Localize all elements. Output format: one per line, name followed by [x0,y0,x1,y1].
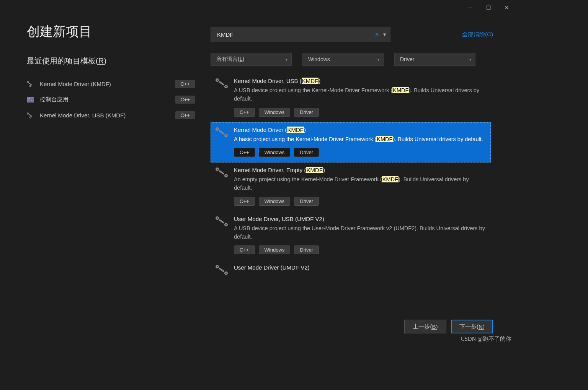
driver-icon [216,216,228,226]
template-title: User Mode Driver (UMDF V2) [234,264,487,271]
maximize-button[interactable]: ☐ [479,2,498,14]
close-button[interactable]: ✕ [498,2,516,14]
watermark: CSDN @跑不了的你 [461,335,511,343]
template-tag: C++ [234,197,255,206]
template-item[interactable]: User Mode Driver (UMDF V2) [211,260,491,281]
template-tag: Driver [294,148,319,157]
page-title: 创建新项目 [27,23,195,41]
template-title: Kernel Mode Driver, Empty (KMDF) [234,167,487,173]
language-badge: C++ [175,80,195,88]
clear-all-link[interactable]: 全部清除(C) [462,31,493,38]
driver-icon [216,265,228,275]
template-tag: Driver [294,108,319,117]
language-badge: C++ [175,96,195,104]
template-tag: C++ [234,108,255,117]
template-tag: Driver [294,197,319,206]
project-type-filter[interactable]: Driver ▾ [394,53,475,66]
language-filter[interactable]: 所有语言(L) ▾ [211,53,292,66]
template-item[interactable]: Kernel Mode Driver, USB (KMDF) A USB dev… [211,73,491,122]
recent-item-label: 控制台应用 [40,96,170,103]
language-badge: C++ [175,111,195,119]
chevron-down-icon: ▾ [469,57,471,62]
next-button[interactable]: 下一步(N) [451,320,493,333]
titlebar: ─ ☐ ✕ [0,0,516,15]
clear-search-icon[interactable]: ✕ [372,31,382,37]
template-tag: Driver [294,245,319,254]
recent-item[interactable]: Kernel Mode Driver (KMDF) C++ [27,78,195,90]
template-tag: Windows [259,148,291,157]
recent-item-label: Kernel Mode Driver (KMDF) [40,81,170,87]
recent-item[interactable]: 控制台应用 C++ [27,93,195,106]
driver-icon [27,112,31,119]
search-value: KMDF [217,31,372,38]
console-icon [27,97,34,102]
template-tag: C++ [234,148,255,157]
template-title: Kernel Mode Driver, USB (KMDF) [234,78,487,84]
driver-icon [216,167,228,177]
template-description: A USB device project using the User-Mode… [234,224,487,241]
template-description: A basic project using the Kernel-Mode Dr… [234,135,487,144]
chevron-down-icon[interactable]: ▾ [382,31,386,38]
template-item[interactable]: User Mode Driver, USB (UMDF V2) A USB de… [211,211,491,260]
template-title: User Mode Driver, USB (UMDF V2) [234,216,487,222]
recent-item-label: Kernel Mode Driver, USB (KMDF) [40,112,170,119]
template-item[interactable]: Kernel Mode Driver (KMDF) A basic projec… [211,122,491,163]
template-item[interactable]: Kernel Mode Driver, Empty (KMDF) An empt… [211,162,491,211]
driver-icon [216,127,228,137]
search-input[interactable]: KMDF ✕ ▾ [211,27,390,42]
chevron-down-icon: ▾ [377,57,379,62]
recent-templates-heading: 最近使用的项目模板(R) [27,56,195,66]
template-title: Kernel Mode Driver (KMDF) [234,127,487,133]
template-description: A USB device project using the Kernel-Mo… [234,86,487,103]
template-list[interactable]: Kernel Mode Driver, USB (KMDF) A USB dev… [211,73,493,297]
platform-filter[interactable]: Windows ▾ [302,53,384,66]
template-tag: C++ [234,245,255,254]
recent-item[interactable]: Kernel Mode Driver, USB (KMDF) C++ [27,109,195,122]
driver-icon [27,81,31,87]
template-tag: Windows [259,108,291,117]
template-tag: Windows [259,197,291,206]
template-tag: Windows [259,245,291,254]
recent-templates-list: Kernel Mode Driver (KMDF) C++ 控制台应用 C++ … [27,78,195,122]
chevron-down-icon: ▾ [286,57,287,62]
minimize-button[interactable]: ─ [461,2,479,14]
back-button[interactable]: 上一步(B) [404,320,446,333]
template-description: An empty project using the Kernel-Mode D… [234,176,487,192]
driver-icon [216,78,228,88]
